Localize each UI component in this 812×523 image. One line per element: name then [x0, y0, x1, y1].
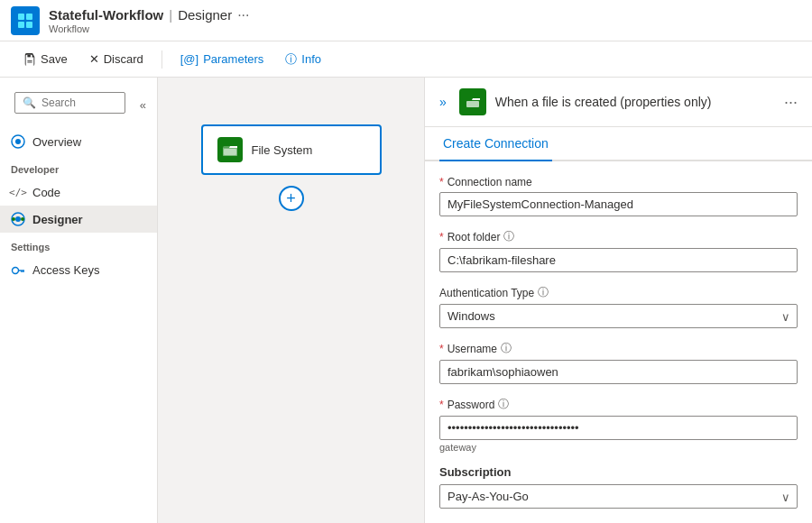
info-icon: ⓘ [285, 51, 297, 68]
app-title-sep: | [169, 7, 172, 23]
toolbar-separator [161, 50, 162, 69]
svg-point-8 [15, 139, 21, 144]
app-logo [11, 6, 40, 35]
auth-type-label: Authentication Type [439, 287, 534, 299]
developer-section-label: Developer [0, 155, 157, 179]
search-input[interactable] [42, 96, 117, 109]
connection-name-row: * Connection name [439, 176, 798, 216]
svg-rect-1 [26, 14, 32, 20]
svg-rect-4 [27, 60, 32, 60]
password-input[interactable] [439, 416, 798, 440]
connection-name-input[interactable] [439, 192, 798, 216]
main-layout: 🔍 « Overview Developer </> Code Designer… [0, 78, 812, 523]
auth-type-row: Authentication Type ⓘ Windows ∨ [439, 285, 798, 328]
svg-point-10 [15, 216, 21, 222]
root-folder-info-icon[interactable]: ⓘ [503, 229, 514, 244]
search-box[interactable]: 🔍 [14, 92, 125, 114]
info-label: Info [301, 52, 321, 66]
save-button[interactable]: Save [14, 48, 77, 70]
canvas-inner: File System + [158, 78, 424, 229]
required-asterisk-4: * [439, 399, 444, 411]
app-subtitle: Designer [178, 7, 232, 23]
panel-title: When a file is created (properties only) [495, 95, 775, 109]
required-asterisk-3: * [439, 343, 444, 355]
save-label: Save [41, 52, 68, 66]
sidebar-item-designer[interactable]: Designer [0, 206, 157, 233]
info-button[interactable]: ⓘ Info [276, 47, 330, 72]
username-row: * Username ⓘ [439, 341, 798, 384]
root-folder-row: * Root folder ⓘ [439, 229, 798, 272]
required-asterisk: * [439, 176, 444, 188]
subscription-section-label: Subscription [439, 465, 798, 479]
connection-name-label: Connection name [448, 176, 532, 188]
app-header: Stateful-Workflow | Designer ··· Workflo… [0, 0, 812, 41]
panel-header: » When a file is created (properties onl… [425, 78, 812, 127]
svg-point-11 [12, 217, 15, 221]
settings-section-label: Settings [0, 233, 157, 256]
panel-step-icon [459, 88, 486, 115]
auth-type-label-row: Authentication Type ⓘ [439, 285, 798, 300]
password-info-icon[interactable]: ⓘ [498, 397, 509, 412]
gateway-sublabel: gateway [439, 442, 798, 453]
connection-name-label-row: * Connection name [439, 176, 798, 188]
app-title: Stateful-Workflow [49, 7, 163, 23]
discard-button[interactable]: ✕ Discard [80, 48, 152, 70]
sidebar: 🔍 « Overview Developer </> Code Designer… [0, 78, 158, 523]
overview-icon [11, 134, 25, 149]
username-label-row: * Username ⓘ [439, 341, 798, 356]
tab-create-connection[interactable]: Create Connection [439, 127, 552, 161]
designer-label: Designer [32, 213, 83, 226]
username-label: Username [448, 343, 497, 355]
code-icon: </> [11, 185, 25, 199]
auth-type-info-icon[interactable]: ⓘ [538, 285, 549, 300]
username-info-icon[interactable]: ⓘ [501, 341, 512, 356]
root-folder-label: Root folder [448, 231, 501, 243]
access-keys-label: Access Keys [32, 263, 99, 277]
parameters-icon: [@] [180, 52, 198, 66]
overview-label: Overview [32, 135, 81, 149]
add-step-button[interactable]: + [279, 186, 304, 211]
panel-more-button[interactable]: ··· [784, 93, 798, 112]
username-input[interactable] [439, 360, 798, 384]
workflow-label: Workflow [49, 24, 250, 34]
panel-expand-icon[interactable]: » [439, 95, 447, 109]
svg-rect-18 [224, 149, 236, 155]
parameters-label: Parameters [203, 52, 263, 66]
subscription-select-wrapper: Pay-As-You-Go ∨ [439, 484, 798, 509]
search-icon: 🔍 [23, 96, 36, 109]
auth-type-select[interactable]: Windows [439, 304, 798, 328]
toolbar: Save ✕ Discard [@] Parameters ⓘ Info [0, 41, 812, 78]
svg-rect-6 [27, 54, 31, 57]
svg-rect-2 [18, 22, 24, 28]
auth-type-select-wrapper: Windows ∨ [439, 304, 798, 328]
svg-point-13 [13, 268, 19, 274]
subscription-row: Subscription Pay-As-You-Go ∨ [439, 465, 798, 509]
canvas: File System + [158, 78, 424, 523]
subscription-select[interactable]: Pay-As-You-Go [439, 484, 798, 509]
file-system-icon [217, 137, 243, 162]
discard-icon: ✕ [89, 52, 99, 66]
designer-icon [11, 212, 25, 226]
add-icon: + [286, 189, 296, 208]
svg-rect-19 [466, 101, 479, 107]
svg-rect-3 [26, 22, 32, 28]
sidebar-item-code[interactable]: </> Code [0, 179, 157, 206]
discard-label: Discard [104, 52, 143, 66]
code-label: Code [32, 186, 60, 199]
parameters-button[interactable]: [@] Parameters [171, 48, 273, 70]
required-asterisk-2: * [439, 231, 444, 243]
file-system-step[interactable]: File System [201, 124, 382, 175]
app-dots[interactable]: ··· [237, 6, 249, 23]
sidebar-item-access-keys[interactable]: Access Keys [0, 256, 157, 283]
password-label: Password [448, 399, 495, 411]
sidebar-item-overview[interactable]: Overview [0, 128, 157, 155]
access-keys-icon [11, 262, 25, 277]
password-label-row: * Password ⓘ [439, 397, 798, 412]
root-folder-input[interactable] [439, 248, 798, 272]
root-folder-label-row: * Root folder ⓘ [439, 229, 798, 244]
svg-point-12 [21, 217, 24, 221]
collapse-icon[interactable]: « [136, 95, 150, 115]
svg-rect-0 [18, 14, 24, 20]
step-label: File System [252, 143, 313, 157]
panel-tabs: Create Connection [425, 127, 812, 161]
